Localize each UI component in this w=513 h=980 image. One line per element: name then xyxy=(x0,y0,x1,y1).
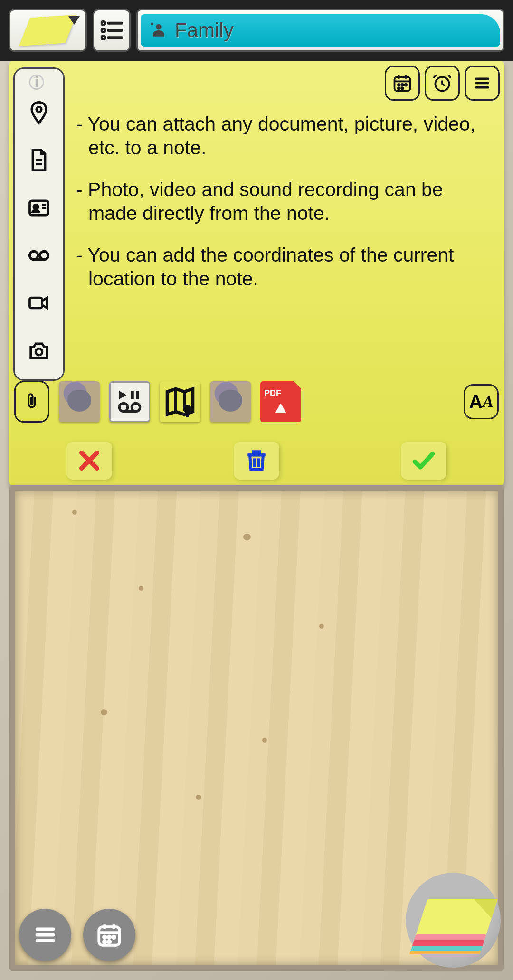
check-icon xyxy=(410,447,437,474)
pdf-label: PDF xyxy=(264,388,281,398)
main-menu-fab[interactable] xyxy=(19,909,71,961)
note-menu-button[interactable] xyxy=(465,66,500,101)
svg-point-34 xyxy=(119,403,127,411)
svg-point-37 xyxy=(183,405,191,413)
attach-file-button[interactable] xyxy=(14,381,49,423)
category-label: Family xyxy=(175,19,234,42)
letter-a-icon: A xyxy=(469,391,483,413)
attachment-photo-2[interactable] xyxy=(210,381,251,422)
svg-point-35 xyxy=(132,403,140,411)
note-actions-row xyxy=(66,442,446,480)
attachment-tools-panel: i xyxy=(13,67,65,381)
note-top-actions xyxy=(385,66,500,101)
list-icon xyxy=(98,17,125,44)
note-bullet: - You can add the coordinates of the cur… xyxy=(76,243,496,291)
close-icon xyxy=(76,447,103,474)
contact-card-icon xyxy=(27,196,51,220)
svg-point-20 xyxy=(37,107,41,112)
voicemail-icon xyxy=(117,401,142,414)
attachment-voice-recording[interactable] xyxy=(109,381,150,422)
voicemail-icon xyxy=(27,243,51,268)
note-card: i - You can attach any document, picture… xyxy=(10,61,504,485)
top-toolbar: Family xyxy=(0,0,513,61)
alarm-button[interactable] xyxy=(425,66,460,101)
drive-icon xyxy=(273,401,289,417)
document-icon xyxy=(27,148,51,172)
attachment-map-location[interactable] xyxy=(160,381,200,422)
sticky-note-stack-icon xyxy=(410,899,498,952)
svg-point-50 xyxy=(108,936,111,938)
svg-rect-30 xyxy=(30,298,42,309)
svg-rect-33 xyxy=(136,391,139,399)
location-tool[interactable] xyxy=(25,98,53,127)
camera-tool[interactable] xyxy=(25,337,53,365)
chevron-down-icon xyxy=(68,16,80,25)
note-bullet: - You can attach any document, picture, … xyxy=(76,112,496,160)
family-icon xyxy=(147,20,168,41)
calendar-icon xyxy=(392,73,413,94)
hamburger-icon xyxy=(31,921,59,949)
delete-button[interactable] xyxy=(234,442,279,480)
svg-point-31 xyxy=(36,349,42,355)
location-pin-icon xyxy=(27,100,51,125)
svg-rect-1 xyxy=(102,29,105,32)
play-pause-icon xyxy=(117,390,142,400)
confirm-button[interactable] xyxy=(401,442,446,480)
info-icon: i xyxy=(29,75,44,90)
voicemail-tool[interactable] xyxy=(25,241,53,270)
note-bullet: - Photo, video and sound recording can b… xyxy=(76,178,496,225)
text-format-button[interactable]: AA xyxy=(464,384,499,419)
category-selector[interactable]: Family xyxy=(136,9,504,52)
alarm-clock-icon xyxy=(432,73,453,94)
svg-point-53 xyxy=(108,941,111,943)
calendar-button[interactable] xyxy=(385,66,420,101)
svg-rect-2 xyxy=(102,36,105,39)
svg-point-52 xyxy=(104,941,106,943)
calendar-icon xyxy=(95,921,123,949)
camera-icon xyxy=(27,339,51,363)
trash-icon xyxy=(243,447,270,474)
svg-point-6 xyxy=(156,24,162,30)
note-text[interactable]: - You can attach any document, picture, … xyxy=(76,112,496,309)
document-tool[interactable] xyxy=(25,146,53,174)
svg-point-51 xyxy=(113,936,115,938)
svg-point-49 xyxy=(104,936,106,938)
contact-tool[interactable] xyxy=(25,194,53,222)
attachment-row: PDF AA xyxy=(14,381,499,423)
new-note-fab[interactable] xyxy=(406,873,501,968)
video-camera-icon xyxy=(27,291,51,315)
hamburger-icon xyxy=(472,73,493,94)
svg-point-11 xyxy=(398,84,400,86)
video-tool[interactable] xyxy=(25,289,53,317)
svg-point-14 xyxy=(398,87,400,89)
svg-point-13 xyxy=(405,84,407,86)
svg-point-28 xyxy=(40,251,48,259)
svg-rect-32 xyxy=(131,391,134,399)
list-view-button[interactable] xyxy=(93,9,131,52)
category-bar: Family xyxy=(141,14,500,47)
svg-point-12 xyxy=(401,84,403,86)
svg-rect-0 xyxy=(102,21,105,25)
letter-a-italic-icon: A xyxy=(483,393,494,411)
paperclip-icon xyxy=(22,388,41,415)
svg-point-24 xyxy=(34,205,38,209)
svg-point-27 xyxy=(30,251,38,259)
note-color-selector[interactable] xyxy=(9,9,87,52)
cancel-button[interactable] xyxy=(66,442,112,480)
attachment-pdf[interactable]: PDF xyxy=(260,381,301,422)
svg-point-15 xyxy=(401,87,403,89)
calendar-fab[interactable] xyxy=(83,909,135,961)
attachment-photo-1[interactable] xyxy=(59,381,100,422)
map-pin-icon xyxy=(163,385,197,419)
